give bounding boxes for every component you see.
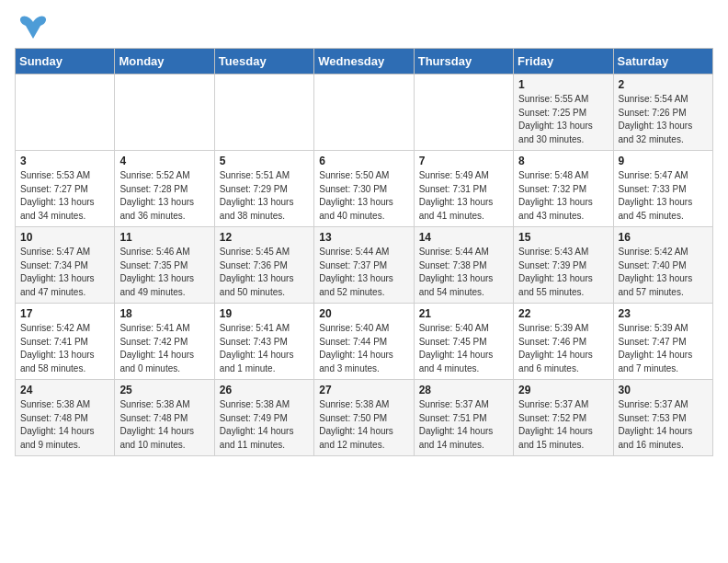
column-header-thursday: Thursday [414, 49, 513, 75]
calendar-cell: 29Sunrise: 5:37 AM Sunset: 7:52 PM Dayli… [514, 380, 613, 456]
calendar-cell: 11Sunrise: 5:46 AM Sunset: 7:35 PM Dayli… [115, 227, 214, 304]
column-header-friday: Friday [514, 49, 613, 75]
cell-content: Sunrise: 5:37 AM Sunset: 7:53 PM Dayligh… [619, 398, 708, 452]
day-number: 13 [319, 231, 408, 244]
calendar-week-row: 3Sunrise: 5:53 AM Sunset: 7:27 PM Daylig… [16, 151, 713, 227]
cell-content: Sunrise: 5:48 AM Sunset: 7:32 PM Dayligh… [518, 169, 608, 223]
day-number: 18 [119, 307, 209, 320]
header [15, 15, 713, 42]
calendar-cell: 12Sunrise: 5:45 AM Sunset: 7:36 PM Dayli… [214, 227, 313, 304]
cell-content: Sunrise: 5:52 AM Sunset: 7:28 PM Dayligh… [119, 169, 209, 223]
day-number: 28 [419, 384, 508, 396]
day-number: 16 [619, 231, 708, 244]
calendar-cell: 6Sunrise: 5:50 AM Sunset: 7:30 PM Daylig… [314, 151, 414, 227]
cell-content: Sunrise: 5:39 AM Sunset: 7:46 PM Dayligh… [518, 322, 608, 375]
column-header-sunday: Sunday [16, 49, 115, 75]
calendar-week-row: 24Sunrise: 5:38 AM Sunset: 7:48 PM Dayli… [16, 380, 713, 456]
calendar-cell: 19Sunrise: 5:41 AM Sunset: 7:43 PM Dayli… [214, 304, 313, 380]
cell-content: Sunrise: 5:47 AM Sunset: 7:33 PM Dayligh… [619, 169, 708, 223]
calendar-cell: 2Sunrise: 5:54 AM Sunset: 7:26 PM Daylig… [613, 75, 712, 151]
calendar-cell [214, 75, 313, 151]
day-number: 2 [619, 78, 708, 91]
cell-content: Sunrise: 5:55 AM Sunset: 7:25 PM Dayligh… [518, 93, 608, 146]
calendar-cell [414, 75, 513, 151]
cell-content: Sunrise: 5:40 AM Sunset: 7:45 PM Dayligh… [419, 322, 508, 375]
cell-content: Sunrise: 5:40 AM Sunset: 7:44 PM Dayligh… [319, 322, 408, 375]
column-header-monday: Monday [115, 49, 214, 75]
cell-content: Sunrise: 5:46 AM Sunset: 7:35 PM Dayligh… [119, 246, 209, 299]
cell-content: Sunrise: 5:42 AM Sunset: 7:41 PM Dayligh… [20, 322, 109, 375]
calendar-cell: 22Sunrise: 5:39 AM Sunset: 7:46 PM Dayli… [514, 304, 613, 380]
calendar-cell: 4Sunrise: 5:52 AM Sunset: 7:28 PM Daylig… [115, 151, 214, 227]
calendar-week-row: 10Sunrise: 5:47 AM Sunset: 7:34 PM Dayli… [16, 227, 713, 304]
day-number: 27 [319, 384, 408, 396]
cell-content: Sunrise: 5:38 AM Sunset: 7:49 PM Dayligh… [220, 398, 309, 452]
cell-content: Sunrise: 5:54 AM Sunset: 7:26 PM Dayligh… [619, 93, 708, 146]
calendar-cell: 16Sunrise: 5:42 AM Sunset: 7:40 PM Dayli… [613, 227, 712, 304]
calendar-cell: 24Sunrise: 5:38 AM Sunset: 7:48 PM Dayli… [16, 380, 115, 456]
calendar-cell: 20Sunrise: 5:40 AM Sunset: 7:44 PM Dayli… [314, 304, 414, 380]
day-number: 20 [319, 307, 408, 320]
calendar-cell: 1Sunrise: 5:55 AM Sunset: 7:25 PM Daylig… [514, 75, 613, 151]
day-number: 26 [220, 384, 309, 396]
cell-content: Sunrise: 5:44 AM Sunset: 7:37 PM Dayligh… [319, 246, 408, 299]
column-header-wednesday: Wednesday [314, 49, 414, 75]
calendar-cell: 14Sunrise: 5:44 AM Sunset: 7:38 PM Dayli… [414, 227, 513, 304]
cell-content: Sunrise: 5:45 AM Sunset: 7:36 PM Dayligh… [220, 246, 309, 299]
calendar-cell: 7Sunrise: 5:49 AM Sunset: 7:31 PM Daylig… [414, 151, 513, 227]
cell-content: Sunrise: 5:38 AM Sunset: 7:48 PM Dayligh… [20, 398, 109, 452]
calendar-cell: 10Sunrise: 5:47 AM Sunset: 7:34 PM Dayli… [16, 227, 115, 304]
day-number: 7 [419, 155, 508, 167]
column-header-tuesday: Tuesday [214, 49, 313, 75]
cell-content: Sunrise: 5:44 AM Sunset: 7:38 PM Dayligh… [419, 246, 508, 299]
calendar-cell: 21Sunrise: 5:40 AM Sunset: 7:45 PM Dayli… [414, 304, 513, 380]
cell-content: Sunrise: 5:41 AM Sunset: 7:42 PM Dayligh… [119, 322, 209, 375]
calendar-cell: 27Sunrise: 5:38 AM Sunset: 7:50 PM Dayli… [314, 380, 414, 456]
calendar-cell: 18Sunrise: 5:41 AM Sunset: 7:42 PM Dayli… [115, 304, 214, 380]
calendar-cell: 9Sunrise: 5:47 AM Sunset: 7:33 PM Daylig… [613, 151, 712, 227]
calendar-cell: 13Sunrise: 5:44 AM Sunset: 7:37 PM Dayli… [314, 227, 414, 304]
calendar-cell [16, 75, 115, 151]
column-header-saturday: Saturday [613, 49, 712, 75]
day-number: 3 [20, 155, 109, 167]
calendar-cell: 25Sunrise: 5:38 AM Sunset: 7:48 PM Dayli… [115, 380, 214, 456]
calendar-cell: 23Sunrise: 5:39 AM Sunset: 7:47 PM Dayli… [613, 304, 712, 380]
cell-content: Sunrise: 5:51 AM Sunset: 7:29 PM Dayligh… [220, 169, 309, 223]
calendar-cell: 26Sunrise: 5:38 AM Sunset: 7:49 PM Dayli… [214, 380, 313, 456]
day-number: 25 [119, 384, 209, 396]
day-number: 12 [220, 231, 309, 244]
calendar-week-row: 17Sunrise: 5:42 AM Sunset: 7:41 PM Dayli… [16, 304, 713, 380]
calendar-cell: 8Sunrise: 5:48 AM Sunset: 7:32 PM Daylig… [514, 151, 613, 227]
calendar-cell [115, 75, 214, 151]
calendar-cell: 3Sunrise: 5:53 AM Sunset: 7:27 PM Daylig… [16, 151, 115, 227]
cell-content: Sunrise: 5:42 AM Sunset: 7:40 PM Dayligh… [619, 246, 708, 299]
day-number: 30 [619, 384, 708, 396]
day-number: 8 [518, 155, 608, 167]
calendar-cell: 15Sunrise: 5:43 AM Sunset: 7:39 PM Dayli… [514, 227, 613, 304]
calendar-cell [314, 75, 414, 151]
calendar-header-row: SundayMondayTuesdayWednesdayThursdayFrid… [16, 49, 713, 75]
cell-content: Sunrise: 5:41 AM Sunset: 7:43 PM Dayligh… [220, 322, 309, 375]
day-number: 1 [518, 78, 608, 91]
logo-bird-icon [18, 15, 48, 42]
day-number: 14 [419, 231, 508, 244]
cell-content: Sunrise: 5:37 AM Sunset: 7:51 PM Dayligh… [419, 398, 508, 452]
cell-content: Sunrise: 5:53 AM Sunset: 7:27 PM Dayligh… [20, 169, 109, 223]
calendar-table: SundayMondayTuesdayWednesdayThursdayFrid… [15, 48, 713, 456]
cell-content: Sunrise: 5:37 AM Sunset: 7:52 PM Dayligh… [518, 398, 608, 452]
day-number: 17 [20, 307, 109, 320]
day-number: 22 [518, 307, 608, 320]
cell-content: Sunrise: 5:39 AM Sunset: 7:47 PM Dayligh… [619, 322, 708, 375]
logo [15, 15, 48, 42]
calendar-week-row: 1Sunrise: 5:55 AM Sunset: 7:25 PM Daylig… [16, 75, 713, 151]
day-number: 6 [319, 155, 408, 167]
calendar-cell: 5Sunrise: 5:51 AM Sunset: 7:29 PM Daylig… [214, 151, 313, 227]
day-number: 11 [119, 231, 209, 244]
calendar-cell: 28Sunrise: 5:37 AM Sunset: 7:51 PM Dayli… [414, 380, 513, 456]
day-number: 15 [518, 231, 608, 244]
day-number: 10 [20, 231, 109, 244]
day-number: 23 [619, 307, 708, 320]
cell-content: Sunrise: 5:38 AM Sunset: 7:48 PM Dayligh… [119, 398, 209, 452]
day-number: 9 [619, 155, 708, 167]
day-number: 5 [220, 155, 309, 167]
